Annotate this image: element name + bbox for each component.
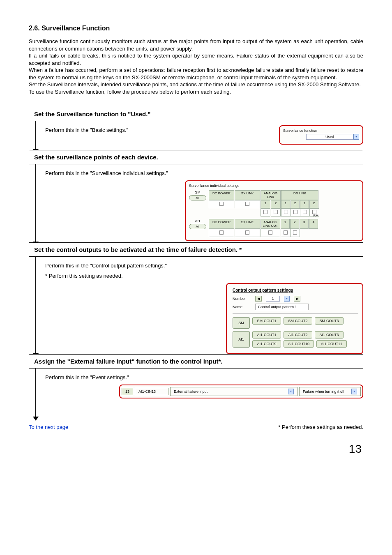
col-dcpower: DC POWER [209, 219, 234, 229]
step-instruction: Perform this in the "Event settings." [45, 374, 363, 380]
num-cell: 2 [290, 219, 299, 229]
device-label-sm: SM All [189, 190, 206, 200]
output-button[interactable]: SM-COUT1 [252, 317, 281, 325]
pattern-number-select[interactable]: 1 [266, 296, 280, 302]
checkbox[interactable] [209, 200, 234, 208]
checkbox[interactable] [235, 229, 260, 237]
figure-title: Surveillance individual settings [189, 184, 359, 188]
step-title-box: Assign the "External failure input" func… [29, 354, 363, 368]
figure-control-output-pattern: Control output pattern settings Number ◀… [226, 283, 363, 354]
col-sxlink: SX LINK [235, 190, 260, 200]
checkbox[interactable] [271, 208, 281, 216]
prev-button[interactable]: ◀ [255, 296, 262, 302]
device-label-ai1: AI1 All [189, 219, 206, 229]
num-cell: 1 [281, 219, 290, 229]
step-2: Set the surveillance points of each devi… [29, 150, 363, 242]
function-select[interactable]: External failure input ▾ [170, 387, 297, 396]
device-name: SM [189, 190, 206, 194]
para: Surveillance function continuously monit… [29, 38, 363, 52]
arrow-down-icon [33, 417, 39, 421]
step-1: Set the Surveillance function to "Used."… [29, 107, 363, 150]
next-page-link[interactable]: To the next page [29, 424, 68, 430]
flow-line [35, 164, 36, 242]
figure-event-settings-row: 13 AI1-CIN13 External failure input ▾ Fa… [119, 385, 363, 398]
checkbox[interactable] [235, 200, 260, 208]
flow-line [35, 121, 36, 150]
chevron-down-icon[interactable]: ▾ [288, 389, 294, 394]
step-title-box: Set the surveillance points of each devi… [29, 150, 363, 164]
checkbox[interactable] [290, 229, 300, 237]
checkbox[interactable] [209, 229, 234, 237]
col-sxlink: SX LINK [235, 219, 260, 229]
flow-line [35, 368, 36, 417]
option-select[interactable]: Failure when turning it off ▾ [299, 387, 361, 396]
field-label: Surveillance function [283, 129, 359, 133]
col-analoglink: ANALOG LINK [261, 190, 281, 200]
device-sm-label: SM [233, 317, 250, 329]
para: Set the Surveillance intervals, intended… [29, 81, 363, 88]
checkbox[interactable] [261, 208, 270, 216]
para: To use the Surveillance function, follow… [29, 88, 363, 96]
chevron-down-icon[interactable]: ▾ [353, 134, 359, 140]
page-number: 13 [29, 442, 363, 456]
output-button[interactable]: SM-COUT3 [315, 317, 344, 325]
step-note: * Perform this setting as needed. [45, 273, 363, 279]
intro-text: Surveillance function continuously monit… [29, 38, 363, 95]
number-label: Number [233, 297, 251, 301]
row-number: 13 [122, 388, 133, 395]
next-button[interactable]: ▶ [294, 296, 300, 302]
checkbox[interactable] [281, 229, 291, 237]
chevron-down-icon[interactable]: ▾ [284, 296, 290, 302]
step-title-box: Set the Surveillance function to "Used." [29, 107, 363, 121]
figure-surveillance-function: Surveillance function Used▾ [279, 125, 363, 145]
step-instruction: Perform this in the "Surveillance indivi… [45, 170, 363, 176]
output-button[interactable]: SM-COUT2 [284, 317, 312, 325]
output-button[interactable]: AI1-COUT3 [315, 331, 344, 339]
section-heading: 2.6. Surveillance Function [29, 25, 363, 32]
output-button[interactable]: AI1-COUT1 [252, 331, 281, 339]
output-button[interactable]: AI1-COUT2 [284, 331, 312, 339]
pattern-name-input[interactable]: Control output pattern 1 [255, 304, 309, 310]
name-label: Name [233, 305, 251, 309]
num-cell: 2 [309, 200, 318, 208]
control-input-name: AI1-CIN13 [135, 388, 168, 395]
chevron-down-icon[interactable]: ▾ [351, 389, 357, 394]
checkbox[interactable] [281, 208, 291, 216]
col-analoglink-out: ANALOG LINK OUT [261, 219, 280, 229]
col-dcpower: DC POWER [209, 190, 234, 200]
output-button[interactable]: AI1-COUT10 [284, 340, 314, 348]
checkbox[interactable] [291, 208, 300, 216]
page-footer: To the next page * Perform these setting… [29, 424, 363, 430]
para: If a unit fails or cable breaks, this is… [29, 52, 363, 67]
rm-label: RM [314, 214, 318, 217]
checkbox[interactable] [261, 229, 280, 237]
num: 4 [313, 220, 314, 224]
num-cell: 1 [261, 200, 270, 208]
device-name: AI1 [189, 219, 206, 223]
step-title-box: Set the control outputs to be activated … [29, 242, 363, 257]
option-value: Failure when turning it off [303, 389, 344, 394]
surveillance-function-select[interactable]: Used [306, 134, 353, 140]
output-button[interactable]: AI1-COUT9 [252, 340, 281, 348]
device-ai1-label: AI1 [233, 331, 250, 348]
divider [233, 313, 358, 314]
step-instruction: Perform this in the "Control output patt… [45, 263, 363, 269]
flow-line [35, 257, 36, 354]
figure-title: Control output pattern settings [233, 288, 358, 292]
checkbox[interactable] [300, 208, 310, 216]
num-cell: 2 [291, 200, 300, 208]
output-button[interactable]: AI1-COUT11 [316, 340, 347, 348]
step-3: Set the control outputs to be activated … [29, 242, 363, 354]
all-button[interactable]: All [189, 224, 206, 229]
function-value: External failure input [174, 389, 208, 394]
para: When a failure has occurred, perform a s… [29, 67, 363, 81]
col-dslink: DS LINK [281, 190, 318, 200]
step-4: Assign the "External failure input" func… [29, 354, 363, 417]
figure-surveillance-individual: Surveillance individual settings SM All … [185, 180, 363, 241]
num-cell-rm: 4 RM [309, 219, 318, 229]
num-cell: 1 [300, 200, 309, 208]
num-cell: 2 [271, 200, 281, 208]
all-button[interactable]: All [189, 195, 206, 200]
footnote: * Perform these settings as needed. [278, 424, 363, 430]
num-cell: 3 [300, 219, 309, 229]
